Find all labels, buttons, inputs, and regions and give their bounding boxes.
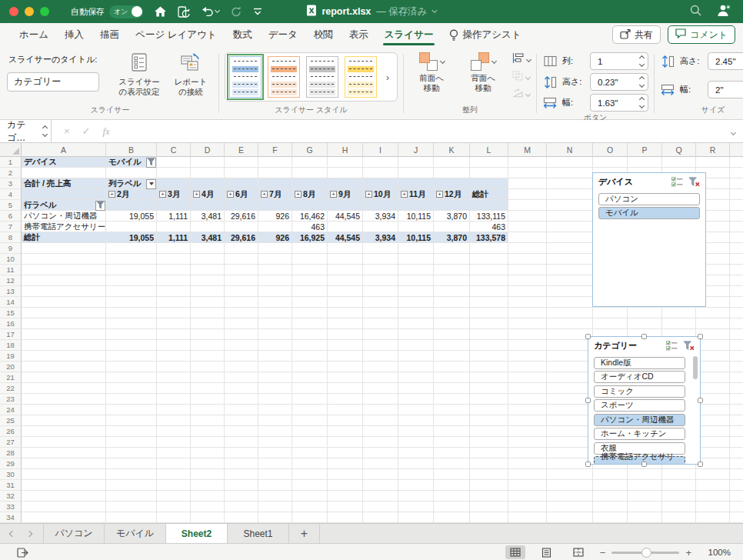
cell[interactable] — [225, 200, 258, 211]
cell[interactable] — [328, 329, 363, 340]
cell[interactable] — [508, 265, 547, 275]
cell[interactable] — [225, 480, 258, 491]
cell[interactable] — [157, 362, 191, 372]
selection-handle[interactable] — [585, 398, 591, 403]
cell[interactable] — [470, 383, 508, 394]
cell[interactable]: 携帯電話アクセサリー — [22, 222, 106, 232]
dropdown-button[interactable] — [146, 179, 156, 189]
cell[interactable] — [547, 254, 593, 265]
ribbon-tab-5[interactable]: データ — [268, 23, 298, 46]
row-header-30[interactable]: 30 — [0, 469, 22, 480]
expand-icon[interactable]: + — [365, 191, 372, 198]
add-sheet-button[interactable]: + — [289, 524, 320, 543]
bring-to-front-button[interactable]: 前面へ 移動 — [409, 51, 454, 93]
cell[interactable] — [398, 351, 434, 362]
cell[interactable] — [730, 458, 743, 469]
cell[interactable] — [508, 297, 547, 308]
cell[interactable] — [547, 275, 593, 286]
cell[interactable] — [470, 448, 508, 458]
cell[interactable] — [191, 491, 225, 502]
row-header-33[interactable]: 33 — [0, 502, 22, 512]
cell[interactable] — [508, 469, 547, 480]
cell[interactable] — [106, 329, 157, 340]
cell[interactable]: +8月 — [292, 189, 328, 200]
slicer-width-field[interactable]: 2" — [708, 81, 743, 98]
share-button[interactable]: 共有 — [612, 25, 661, 44]
cell[interactable] — [328, 168, 363, 178]
cell[interactable] — [258, 222, 292, 232]
cell[interactable] — [628, 157, 662, 168]
ribbon-tab-9[interactable]: 操作アシスト — [449, 23, 521, 46]
cell[interactable] — [730, 297, 743, 308]
cell[interactable] — [191, 372, 225, 383]
cell[interactable] — [363, 469, 398, 480]
cell[interactable] — [328, 372, 363, 383]
slicer-category[interactable]: カテゴリーKindle版オーディオCDコミックスポーツパソコン・周辺機器ホーム・… — [588, 336, 701, 465]
sheet-switcher-icon[interactable] — [17, 548, 28, 558]
cell[interactable] — [22, 318, 106, 329]
column-header-D[interactable]: D — [191, 143, 225, 157]
row-header-26[interactable]: 26 — [0, 426, 22, 437]
cell[interactable] — [730, 512, 743, 523]
cell[interactable] — [470, 265, 508, 275]
slicer-settings-button[interactable]: スライサー の表示設定 — [117, 51, 162, 97]
cell[interactable] — [106, 372, 157, 383]
cell[interactable] — [258, 383, 292, 394]
cell[interactable]: 列ラベル — [106, 178, 157, 189]
cell[interactable] — [328, 286, 363, 297]
cell[interactable] — [547, 383, 593, 394]
sheet-tab-1[interactable]: モバイル — [105, 524, 166, 543]
cell[interactable] — [398, 265, 434, 275]
cell[interactable] — [434, 222, 470, 232]
cell[interactable] — [292, 297, 328, 308]
cell[interactable]: 463 — [470, 222, 508, 232]
cell[interactable] — [191, 297, 225, 308]
cell[interactable] — [225, 243, 258, 254]
cell[interactable] — [508, 362, 547, 372]
row-header-11[interactable]: 11 — [0, 265, 22, 275]
slicer-item[interactable]: パソコン — [598, 193, 700, 205]
cell[interactable] — [225, 394, 258, 405]
cell[interactable] — [730, 437, 743, 448]
select-all-corner[interactable] — [0, 143, 22, 157]
cell[interactable] — [628, 469, 662, 480]
cell[interactable] — [258, 394, 292, 405]
cell[interactable] — [398, 437, 434, 448]
selection-handle[interactable] — [698, 334, 703, 339]
cell[interactable] — [157, 243, 191, 254]
cell[interactable] — [730, 426, 743, 437]
cell[interactable] — [292, 458, 328, 469]
cell[interactable] — [157, 340, 191, 351]
cell[interactable] — [730, 502, 743, 512]
row-header-1[interactable]: 1 — [0, 157, 22, 168]
cell[interactable] — [191, 362, 225, 372]
cell[interactable] — [363, 275, 398, 286]
cell[interactable] — [508, 232, 547, 243]
column-header-Q[interactable]: Q — [662, 143, 696, 157]
slicer-scrollbar[interactable] — [693, 356, 698, 379]
cell[interactable] — [292, 372, 328, 383]
row-header-34[interactable]: 34 — [0, 512, 22, 523]
cell[interactable] — [593, 318, 628, 329]
cell[interactable] — [292, 491, 328, 502]
cell[interactable] — [292, 480, 328, 491]
cell[interactable] — [157, 286, 191, 297]
cell[interactable] — [470, 340, 508, 351]
cell[interactable] — [508, 222, 547, 232]
cell[interactable] — [22, 275, 106, 286]
cell[interactable]: 926 — [258, 232, 292, 243]
cell[interactable] — [328, 275, 363, 286]
cell[interactable] — [363, 372, 398, 383]
cell[interactable] — [258, 512, 292, 523]
multi-select-icon[interactable] — [666, 341, 678, 351]
cell[interactable] — [22, 437, 106, 448]
cell[interactable]: 3,870 — [434, 211, 470, 222]
filter-button[interactable] — [146, 158, 156, 168]
cell[interactable] — [508, 157, 547, 168]
column-header-J[interactable]: J — [398, 143, 434, 157]
cell[interactable] — [363, 437, 398, 448]
insert-function-icon[interactable]: fx — [103, 125, 110, 138]
cell[interactable]: 総計 — [470, 189, 508, 200]
cell[interactable] — [434, 372, 470, 383]
cell[interactable] — [730, 189, 743, 200]
